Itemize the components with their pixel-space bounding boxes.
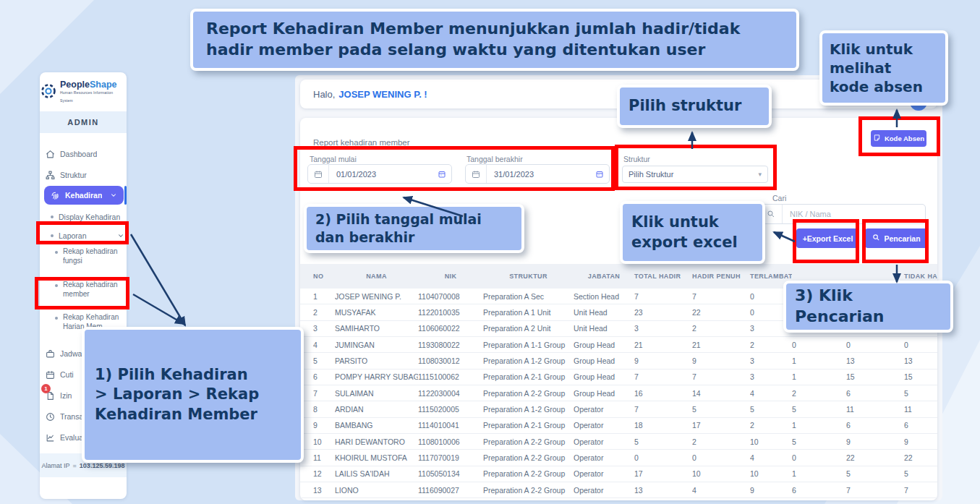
table-cell: Preparation A 2-2 Group [483, 434, 574, 450]
table-cell: Operator [574, 482, 634, 498]
table-cell: 4 [692, 482, 750, 498]
table-cell: Section Head [574, 289, 634, 304]
table-cell: Preparation A 2-1 Group [483, 418, 574, 434]
table-cell-no: 5 [300, 353, 335, 369]
table-cell: 1122010035 [418, 304, 483, 320]
table-cell: HARI DEWANTORO [335, 434, 418, 450]
table-cell: 17 [634, 466, 692, 482]
table-cell: 6 [904, 418, 937, 434]
table-cell: 1117070019 [418, 450, 483, 466]
struktur-selected-value: Pilih Struktur [629, 170, 673, 179]
start-date-input[interactable]: 01/01/2023 [307, 164, 452, 184]
table-cell: 6 [846, 385, 904, 401]
kode-absen-button[interactable]: Kode Absen [871, 130, 926, 147]
table-header-nik: NIK [418, 264, 483, 289]
table-cell: JOSEP WENING P. [335, 289, 418, 304]
bullet-icon [55, 251, 58, 254]
export-excel-button[interactable]: +Export Excel [796, 228, 859, 248]
table-cell: KHOIRUL MUSTOFA [335, 450, 418, 466]
chevron-down-icon [117, 232, 124, 239]
table-cell: 5 [750, 401, 792, 417]
table-cell: 9 [750, 482, 792, 498]
briefcase-icon [46, 349, 55, 359]
table-cell: 22 [846, 450, 904, 466]
table-cell: 10 [750, 466, 792, 482]
table-cell: 13 [904, 353, 937, 369]
sidebar-item-kehadiran[interactable]: Kehadiran [44, 186, 124, 205]
table-cell: Preparation A Sec [483, 289, 574, 304]
table-cell: 2 [692, 434, 750, 450]
arrow-laporan-step1 [131, 234, 185, 325]
sidebar-item-struktur[interactable]: Struktur [46, 168, 122, 181]
table-cell: 0 [904, 337, 937, 353]
export-excel-label: +Export Excel [803, 234, 853, 243]
sidebar-item-label: Kehadiran [65, 191, 102, 200]
table-cell: 17 [692, 418, 750, 434]
table-cell: 5 [904, 385, 937, 401]
table-cell: 3 [634, 321, 692, 337]
table-cell: 1115100062 [418, 370, 483, 385]
table-cell: Preparation A 2-2 Group [483, 450, 574, 466]
table-cell: 18 [634, 418, 692, 434]
table-cell: 2 [750, 337, 792, 353]
sidebar-item-display-kehadiran[interactable]: Display Kehadiran [51, 210, 124, 223]
table-header-nama: NAMA [335, 264, 418, 289]
end-date-input[interactable]: 31/01/2023 [465, 164, 610, 184]
sidebar-item-rekap-kehadiran-fungsi[interactable]: Rekap kehadiran fungsi [55, 247, 127, 269]
greeting-text: Halo, [313, 89, 335, 100]
table-cell: 21 [692, 337, 750, 353]
table-cell: 1193080022 [418, 337, 483, 353]
table-header-no: NO [300, 264, 335, 289]
table-cell: Preparation A 2-2 Group [483, 385, 574, 401]
table-cell: Preparation A 2 Unit [483, 321, 574, 337]
sidebar-item-rekap-kehadiran-member[interactable]: Rekap kehadiran member [55, 281, 127, 302]
table-cell: Preparation A 1-1 Group [483, 337, 574, 353]
search-icon [872, 234, 880, 243]
callout-tanggal: 2) Pilih tanggal mulai dan berakhir [304, 204, 524, 253]
table-cell: 1108030012 [418, 353, 483, 369]
start-date-value: 01/01/2023 [329, 170, 433, 179]
table-cell: 0 [692, 450, 750, 466]
table-cell: POMPY HARRY SUBAGYO [335, 370, 418, 385]
calendar-picker-icon[interactable] [433, 170, 451, 179]
table-cell: 10 [692, 466, 750, 482]
table-cell: 1108010006 [418, 434, 483, 450]
table-cell: JUMINGAN [335, 337, 418, 353]
table-cell: 0 [634, 450, 692, 466]
table-cell-no: 13 [300, 482, 335, 498]
sidebar-item-laporan[interactable]: Laporan [51, 229, 124, 242]
table-cell-no: 4 [300, 337, 335, 353]
callout-banner: Report Kehadiran Member menunjukkan juml… [190, 9, 799, 71]
end-date-label: Tanggal berakhir [466, 155, 523, 163]
table-cell: 7 [846, 482, 904, 498]
table-cell: Preparation A 2-2 Group [483, 482, 574, 498]
table-cell: 1 [792, 466, 846, 482]
table-cell-no: 12 [300, 466, 335, 482]
search-input[interactable]: NIK / Nama [759, 204, 926, 224]
username-link[interactable]: JOSEP WENING P. ! [338, 89, 427, 100]
table-cell: Operator [574, 466, 634, 482]
panel-title: Report kehadiran member [313, 138, 410, 147]
struktur-select[interactable]: Pilih Struktur ▾ [622, 166, 768, 183]
table-cell: 2 [792, 385, 846, 401]
table-header-hadir-penuh: HADIR PENUH [692, 264, 750, 289]
callout-pencarian: 3) Klik Pencarian [783, 281, 953, 333]
table-cell: Preparation A 1-2 Group [483, 401, 574, 417]
table-cell: 13 [846, 353, 904, 369]
pencarian-button[interactable]: Pencarian [865, 228, 928, 248]
kode-absen-label: Kode Absen [885, 134, 924, 142]
table-cell: 1 [792, 370, 846, 385]
table-cell: 1104070008 [418, 289, 483, 304]
table-cell-no: 8 [300, 401, 335, 417]
table-cell: 2 [750, 418, 792, 434]
chart-icon [46, 433, 55, 443]
table-cell: 11 [846, 401, 904, 417]
screenshot-root: PeopleShape Human Resources Information … [0, 0, 980, 504]
sidebar-item-dashboard[interactable]: Dashboard [46, 148, 122, 161]
table-cell: 1115020005 [418, 401, 483, 417]
calendar-picker-icon[interactable] [590, 170, 609, 179]
table-cell: Preparation A 1 Unit [483, 304, 574, 320]
ip-separator: = [73, 462, 77, 469]
calendar-icon [46, 370, 55, 380]
table-cell: LAILIS SA'IDAH [335, 466, 418, 482]
